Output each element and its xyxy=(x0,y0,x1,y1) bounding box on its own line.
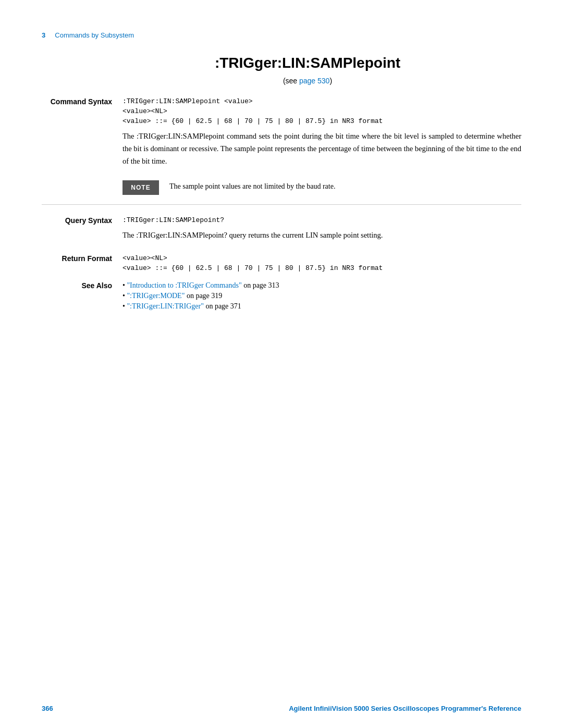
note-text: The sample point values are not limited … xyxy=(169,180,335,191)
see-also-link-1[interactable]: "Introduction to :TRIGger Commands" xyxy=(127,281,241,289)
see-page-reference: (see page 530) xyxy=(94,77,521,85)
return-format-line1: <value><NL> xyxy=(123,254,521,262)
command-syntax-line2: <value><NL> xyxy=(123,107,521,115)
query-syntax-label: Query Syntax xyxy=(42,216,123,247)
return-format-line2: <value> ::= {60 | 62.5 | 68 | 70 | 75 | … xyxy=(123,264,521,272)
list-item: "Introduction to :TRIGger Commands" on p… xyxy=(123,281,521,290)
note-row: NOTE The sample point values are not lim… xyxy=(42,180,521,195)
footer: 366 Agilent InfiniiVision 5000 Series Os… xyxy=(0,705,563,712)
query-syntax-content: :TRIGger:LIN:SAMPlepoint? The :TRIGger:L… xyxy=(123,216,521,247)
footer-title: Agilent InfiniiVision 5000 Series Oscill… xyxy=(289,705,521,712)
list-item: ":TRIGger:LIN:TRIGger" on page 371 xyxy=(123,302,521,311)
page: 3 Commands by Subsystem :TRIGger:LIN:SAM… xyxy=(0,0,563,728)
see-also-suffix-3: on page 371 xyxy=(205,302,241,310)
command-syntax-line1: :TRIGger:LIN:SAMPlepoint <value> xyxy=(123,97,521,105)
list-item: ":TRIGger:MODE" on page 319 xyxy=(123,292,521,300)
command-syntax-section: Command Syntax :TRIGger:LIN:SAMPlepoint … xyxy=(42,97,521,173)
see-also-list: "Introduction to :TRIGger Commands" on p… xyxy=(123,281,521,311)
command-syntax-content: :TRIGger:LIN:SAMPlepoint <value> <value>… xyxy=(123,97,521,173)
note-content: NOTE The sample point values are not lim… xyxy=(123,180,521,195)
command-syntax-label: Command Syntax xyxy=(42,97,123,173)
see-also-link-2[interactable]: ":TRIGger:MODE" xyxy=(127,292,185,300)
query-syntax-line: :TRIGger:LIN:SAMPlepoint? xyxy=(123,216,521,224)
chapter-title: Commands by Subsystem xyxy=(55,31,134,39)
chapter-number: 3 xyxy=(42,31,45,39)
see-also-section: See Also "Introduction to :TRIGger Comma… xyxy=(42,281,521,313)
see-also-suffix-1: on page 313 xyxy=(243,281,279,289)
command-syntax-line3: <value> ::= {60 | 62.5 | 68 | 70 | 75 | … xyxy=(123,117,521,125)
return-format-section: Return Format <value><NL> <value> ::= {6… xyxy=(42,254,521,274)
page-title: :TRIGger:LIN:SAMPlepoint xyxy=(94,55,521,71)
footer-page-number: 366 xyxy=(42,705,53,712)
see-also-content: "Introduction to :TRIGger Commands" on p… xyxy=(123,281,521,313)
command-syntax-description: The :TRIGger:LIN:SAMPlepoint command set… xyxy=(123,130,521,168)
return-format-label: Return Format xyxy=(42,254,123,274)
query-syntax-description: The :TRIGger:LIN:SAMPlepoint? query retu… xyxy=(123,229,521,242)
return-format-content: <value><NL> <value> ::= {60 | 62.5 | 68 … xyxy=(123,254,521,274)
see-also-label: See Also xyxy=(42,281,123,313)
query-syntax-section: Query Syntax :TRIGger:LIN:SAMPlepoint? T… xyxy=(42,216,521,247)
see-also-suffix-2: on page 319 xyxy=(187,292,222,300)
note-badge: NOTE xyxy=(123,180,159,195)
see-also-link-3[interactable]: ":TRIGger:LIN:TRIGger" xyxy=(127,302,204,310)
section-divider xyxy=(42,204,521,205)
breadcrumb: 3 Commands by Subsystem xyxy=(42,31,521,39)
page-link[interactable]: page 530 xyxy=(299,77,329,85)
